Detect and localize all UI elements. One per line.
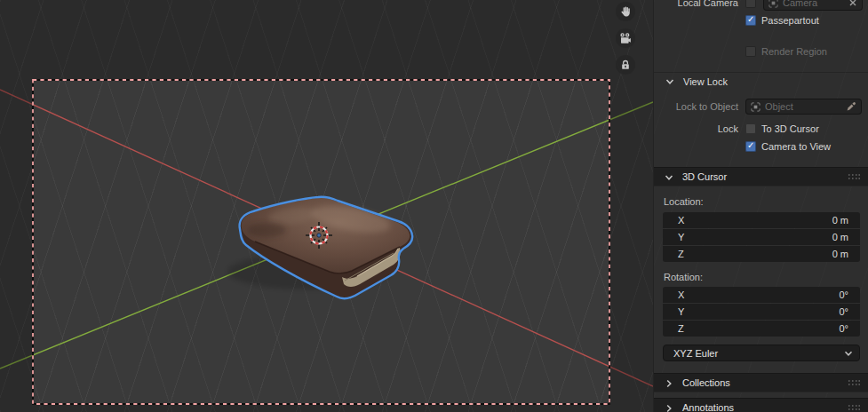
rotation-mode-value: XYZ Euler xyxy=(673,348,718,359)
lock-to-3d-cursor-row: Lock To 3D Cursor xyxy=(654,121,868,137)
passepartout-checkbox[interactable] xyxy=(745,15,756,26)
rotation-mode-dropdown[interactable]: XYZ Euler xyxy=(663,345,860,361)
local-camera-id-field[interactable]: Camera xyxy=(763,0,863,11)
clear-icon[interactable] xyxy=(848,0,857,7)
3d-viewport[interactable] xyxy=(0,0,653,412)
axis-label: Z xyxy=(678,323,684,334)
eyedropper-icon[interactable] xyxy=(846,101,856,112)
lock-to-object-label: Lock to Object xyxy=(654,101,738,112)
collections-header-label: Collections xyxy=(682,377,730,388)
chevron-down-icon xyxy=(665,173,673,182)
cursor-rotation-x-field[interactable]: X 0° xyxy=(663,287,860,303)
lock-to-object-placeholder: Object xyxy=(765,101,841,112)
chevron-right-icon xyxy=(665,379,673,388)
lock-view-button[interactable] xyxy=(616,55,635,75)
to-3d-cursor-label[interactable]: To 3D Cursor xyxy=(761,123,819,134)
camera-view-icon xyxy=(619,32,632,44)
viewport-scene xyxy=(0,0,653,412)
rotation-label: Rotation: xyxy=(664,272,703,282)
annotations-header-label: Annotations xyxy=(682,402,734,412)
axis-value: 0 m xyxy=(832,215,848,226)
local-camera-checkbox[interactable] xyxy=(745,0,756,8)
cursor-rotation-fields: X 0° Y 0° Z 0° xyxy=(663,287,860,337)
cursor-location-z-field[interactable]: Z 0 m xyxy=(663,246,860,262)
axis-value: 0 m xyxy=(832,249,848,259)
camera-to-view-label[interactable]: Camera to View xyxy=(761,141,831,152)
render-region-row: Render Region xyxy=(654,44,868,59)
axis-label: X xyxy=(678,289,684,300)
view-lock-header[interactable]: View Lock xyxy=(654,72,868,91)
pan-view-button[interactable] xyxy=(616,2,635,21)
leather-shade xyxy=(247,223,286,237)
axis-label: X xyxy=(678,215,684,226)
panel-grip-icon[interactable] xyxy=(848,379,861,386)
chevron-down-icon xyxy=(844,349,853,358)
local-camera-label: Local Camera xyxy=(654,0,738,8)
cursor-location-y-field[interactable]: Y 0 m xyxy=(663,229,860,245)
cursor-center-dot xyxy=(317,234,321,237)
camera-view-button[interactable] xyxy=(616,28,635,48)
collections-panel-header[interactable]: Collections xyxy=(654,373,868,392)
camera-to-view-row: Camera to View xyxy=(654,139,868,154)
cursor-location-fields: X 0 m Y 0 m Z 0 m xyxy=(663,212,860,262)
3d-cursor-panel-header[interactable]: 3D Cursor xyxy=(654,167,868,186)
chevron-down-icon xyxy=(665,77,674,86)
cursor-rotation-z-field[interactable]: Z 0° xyxy=(663,321,860,337)
cursor-rotation-y-field[interactable]: Y 0° xyxy=(663,304,860,320)
passepartout-label[interactable]: Passepartout xyxy=(761,15,819,26)
camera-data-icon xyxy=(768,0,778,8)
view-lock-header-label: View Lock xyxy=(683,76,728,87)
axis-value: 0 m xyxy=(832,232,848,242)
cursor-location-x-field[interactable]: X 0 m xyxy=(663,212,860,228)
local-camera-field-value: Camera xyxy=(783,0,844,8)
camera-to-view-checkbox[interactable] xyxy=(745,141,756,152)
axis-value: 0° xyxy=(839,289,848,300)
location-label: Location: xyxy=(664,196,704,207)
axis-value: 0° xyxy=(839,306,848,317)
chevron-right-icon xyxy=(665,404,673,412)
lock-label: Lock xyxy=(654,123,738,134)
axis-value: 0° xyxy=(839,323,848,334)
lock-view-icon xyxy=(619,59,632,71)
passepartout-row: Passepartout xyxy=(654,12,868,28)
render-region-label: Render Region xyxy=(761,46,827,57)
lock-to-object-row: Lock to Object Object xyxy=(654,99,868,115)
lock-to-object-field[interactable]: Object xyxy=(745,99,862,115)
sidebar-panel: Local Camera Camera Passepartout Render … xyxy=(653,0,868,412)
hand-pan-icon xyxy=(619,5,632,18)
axis-label: Z xyxy=(678,249,684,259)
to-3d-cursor-checkbox[interactable] xyxy=(745,123,756,134)
axis-label: Y xyxy=(678,232,684,242)
axis-label: Y xyxy=(678,306,684,317)
blender-window: Local Camera Camera Passepartout Render … xyxy=(0,0,868,412)
annotations-panel-header[interactable]: Annotations xyxy=(654,398,868,412)
panel-grip-icon[interactable] xyxy=(848,173,861,180)
render-region-checkbox[interactable] xyxy=(745,46,756,57)
local-camera-row: Local Camera Camera xyxy=(654,0,868,11)
3d-cursor-header-label: 3D Cursor xyxy=(682,171,727,182)
panel-grip-icon[interactable] xyxy=(848,404,861,411)
object-data-icon xyxy=(751,102,760,112)
